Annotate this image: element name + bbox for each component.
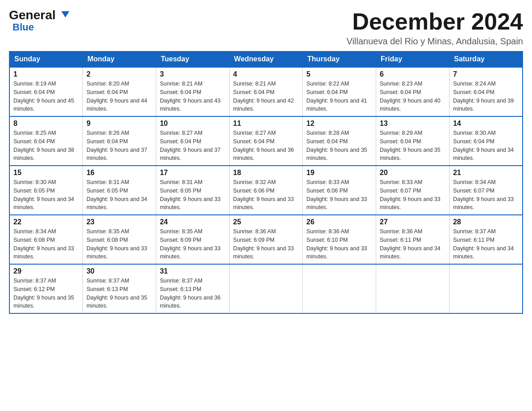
- day-cell: 5 Sunrise: 8:22 AMSunset: 6:04 PMDayligh…: [303, 67, 376, 116]
- title-section: December 2024 Villanueva del Rio y Minas…: [347, 9, 523, 47]
- header-monday: Monday: [83, 51, 156, 68]
- day-info: Sunrise: 8:30 AMSunset: 6:05 PMDaylight:…: [13, 178, 79, 212]
- week-row-1: 1 Sunrise: 8:19 AMSunset: 6:04 PMDayligh…: [9, 67, 523, 116]
- week-row-3: 15 Sunrise: 8:30 AMSunset: 6:05 PMDaylig…: [9, 166, 523, 215]
- day-info: Sunrise: 8:20 AMSunset: 6:04 PMDaylight:…: [86, 80, 152, 113]
- day-cell: 31 Sunrise: 8:37 AMSunset: 6:13 PMDaylig…: [156, 264, 229, 313]
- day-info: Sunrise: 8:23 AMSunset: 6:04 PMDaylight:…: [380, 80, 446, 113]
- day-cell: 18 Sunrise: 8:32 AMSunset: 6:06 PMDaylig…: [229, 166, 303, 215]
- day-cell: 23 Sunrise: 8:35 AMSunset: 6:08 PMDaylig…: [83, 215, 156, 264]
- day-info: Sunrise: 8:29 AMSunset: 6:04 PMDaylight:…: [380, 129, 446, 163]
- day-number: 2: [86, 70, 152, 78]
- day-number: 21: [453, 169, 519, 177]
- day-number: 1: [13, 70, 79, 78]
- day-cell: 19 Sunrise: 8:33 AMSunset: 6:06 PMDaylig…: [303, 166, 376, 215]
- day-info: Sunrise: 8:31 AMSunset: 6:05 PMDaylight:…: [160, 178, 226, 212]
- day-cell: 13 Sunrise: 8:29 AMSunset: 6:04 PMDaylig…: [376, 116, 450, 166]
- day-number: 9: [86, 120, 152, 128]
- day-number: 16: [86, 169, 152, 177]
- day-info: Sunrise: 8:31 AMSunset: 6:05 PMDaylight:…: [86, 178, 152, 212]
- day-cell: [229, 264, 303, 313]
- day-number: 30: [86, 267, 152, 275]
- day-info: Sunrise: 8:26 AMSunset: 6:04 PMDaylight:…: [86, 129, 152, 163]
- logo: General Blue: [9, 9, 60, 33]
- logo-blue-text: Blue: [13, 21, 34, 33]
- day-info: Sunrise: 8:37 AMSunset: 6:12 PMDaylight:…: [13, 277, 79, 310]
- day-number: 10: [160, 120, 226, 128]
- day-info: Sunrise: 8:28 AMSunset: 6:04 PMDaylight:…: [306, 129, 372, 163]
- day-info: Sunrise: 8:30 AMSunset: 6:04 PMDaylight:…: [453, 129, 519, 163]
- day-cell: 4 Sunrise: 8:21 AMSunset: 6:04 PMDayligh…: [229, 67, 303, 116]
- day-number: 18: [233, 169, 299, 177]
- day-cell: 22 Sunrise: 8:34 AMSunset: 6:08 PMDaylig…: [9, 215, 83, 264]
- logo-general-text: General: [9, 9, 60, 21]
- day-number: 5: [306, 70, 372, 78]
- day-info: Sunrise: 8:21 AMSunset: 6:04 PMDaylight:…: [160, 80, 226, 113]
- day-info: Sunrise: 8:34 AMSunset: 6:07 PMDaylight:…: [453, 178, 519, 212]
- day-cell: 1 Sunrise: 8:19 AMSunset: 6:04 PMDayligh…: [9, 67, 83, 116]
- weekday-header-row: Sunday Monday Tuesday Wednesday Thursday…: [9, 51, 523, 68]
- header-wednesday: Wednesday: [229, 51, 303, 68]
- day-info: Sunrise: 8:37 AMSunset: 6:11 PMDaylight:…: [453, 227, 519, 261]
- header-friday: Friday: [376, 51, 450, 68]
- day-cell: 16 Sunrise: 8:31 AMSunset: 6:05 PMDaylig…: [83, 166, 156, 215]
- day-info: Sunrise: 8:37 AMSunset: 6:13 PMDaylight:…: [86, 277, 152, 310]
- day-cell: 8 Sunrise: 8:25 AMSunset: 6:04 PMDayligh…: [9, 116, 83, 166]
- day-number: 26: [306, 218, 372, 226]
- day-number: 14: [453, 120, 519, 128]
- day-cell: 7 Sunrise: 8:24 AMSunset: 6:04 PMDayligh…: [449, 67, 523, 116]
- day-number: 22: [13, 218, 79, 226]
- day-info: Sunrise: 8:22 AMSunset: 6:04 PMDaylight:…: [306, 80, 372, 113]
- week-row-2: 8 Sunrise: 8:25 AMSunset: 6:04 PMDayligh…: [9, 116, 523, 166]
- day-cell: [449, 264, 523, 313]
- day-cell: 10 Sunrise: 8:27 AMSunset: 6:04 PMDaylig…: [156, 116, 229, 166]
- day-cell: 2 Sunrise: 8:20 AMSunset: 6:04 PMDayligh…: [83, 67, 156, 116]
- day-cell: 11 Sunrise: 8:27 AMSunset: 6:04 PMDaylig…: [229, 116, 303, 166]
- day-cell: [376, 264, 450, 313]
- day-number: 4: [233, 70, 299, 78]
- day-info: Sunrise: 8:36 AMSunset: 6:10 PMDaylight:…: [306, 227, 372, 261]
- day-number: 28: [453, 218, 519, 226]
- day-number: 17: [160, 169, 226, 177]
- day-info: Sunrise: 8:21 AMSunset: 6:04 PMDaylight:…: [233, 80, 299, 113]
- day-cell: 28 Sunrise: 8:37 AMSunset: 6:11 PMDaylig…: [449, 215, 523, 264]
- day-info: Sunrise: 8:36 AMSunset: 6:09 PMDaylight:…: [233, 227, 299, 261]
- day-cell: 17 Sunrise: 8:31 AMSunset: 6:05 PMDaylig…: [156, 166, 229, 215]
- day-info: Sunrise: 8:34 AMSunset: 6:08 PMDaylight:…: [13, 227, 79, 261]
- day-info: Sunrise: 8:33 AMSunset: 6:06 PMDaylight:…: [306, 178, 372, 212]
- day-cell: 9 Sunrise: 8:26 AMSunset: 6:04 PMDayligh…: [83, 116, 156, 166]
- day-number: 23: [86, 218, 152, 226]
- day-info: Sunrise: 8:32 AMSunset: 6:06 PMDaylight:…: [233, 178, 299, 212]
- svg-marker-0: [61, 11, 69, 17]
- day-cell: 25 Sunrise: 8:36 AMSunset: 6:09 PMDaylig…: [229, 215, 303, 264]
- day-number: 24: [160, 218, 226, 226]
- day-number: 29: [13, 267, 79, 275]
- day-cell: 27 Sunrise: 8:36 AMSunset: 6:11 PMDaylig…: [376, 215, 450, 264]
- day-cell: 21 Sunrise: 8:34 AMSunset: 6:07 PMDaylig…: [449, 166, 523, 215]
- header-thursday: Thursday: [303, 51, 376, 68]
- day-cell: 26 Sunrise: 8:36 AMSunset: 6:10 PMDaylig…: [303, 215, 376, 264]
- day-info: Sunrise: 8:27 AMSunset: 6:04 PMDaylight:…: [233, 129, 299, 163]
- week-row-5: 29 Sunrise: 8:37 AMSunset: 6:12 PMDaylig…: [9, 264, 523, 313]
- day-number: 3: [160, 70, 226, 78]
- location-subtitle: Villanueva del Rio y Minas, Andalusia, S…: [347, 36, 523, 47]
- day-info: Sunrise: 8:19 AMSunset: 6:04 PMDaylight:…: [13, 80, 79, 113]
- day-cell: 3 Sunrise: 8:21 AMSunset: 6:04 PMDayligh…: [156, 67, 229, 116]
- day-cell: [303, 264, 376, 313]
- day-info: Sunrise: 8:35 AMSunset: 6:08 PMDaylight:…: [86, 227, 152, 261]
- day-info: Sunrise: 8:24 AMSunset: 6:04 PMDaylight:…: [453, 80, 519, 113]
- day-cell: 29 Sunrise: 8:37 AMSunset: 6:12 PMDaylig…: [9, 264, 83, 313]
- day-cell: 15 Sunrise: 8:30 AMSunset: 6:05 PMDaylig…: [9, 166, 83, 215]
- day-cell: 30 Sunrise: 8:37 AMSunset: 6:13 PMDaylig…: [83, 264, 156, 313]
- header-saturday: Saturday: [449, 51, 523, 68]
- page-header: General Blue December 2024 Villanueva de…: [9, 9, 523, 47]
- day-number: 12: [306, 120, 372, 128]
- day-cell: 20 Sunrise: 8:33 AMSunset: 6:07 PMDaylig…: [376, 166, 450, 215]
- day-number: 6: [380, 70, 446, 78]
- day-info: Sunrise: 8:37 AMSunset: 6:13 PMDaylight:…: [160, 277, 226, 310]
- day-number: 19: [306, 169, 372, 177]
- day-number: 13: [380, 120, 446, 128]
- day-number: 27: [380, 218, 446, 226]
- day-info: Sunrise: 8:27 AMSunset: 6:04 PMDaylight:…: [160, 129, 226, 163]
- logo-arrow-icon: [61, 11, 69, 19]
